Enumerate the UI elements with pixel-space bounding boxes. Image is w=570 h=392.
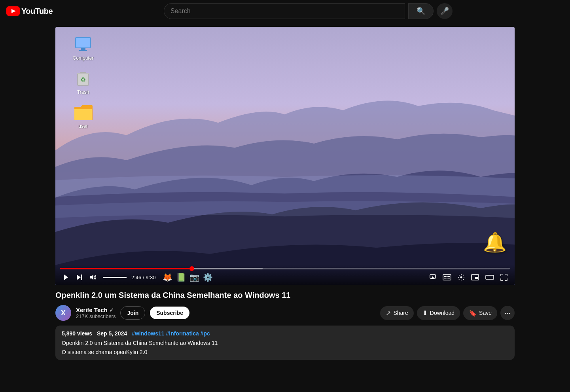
save-label: Save bbox=[479, 310, 492, 316]
svg-rect-14 bbox=[81, 275, 82, 280]
desktop-icon-user[interactable]: user bbox=[67, 103, 99, 129]
svg-rect-4 bbox=[76, 38, 90, 47]
airplay-button[interactable] bbox=[427, 272, 439, 282]
download-icon: ⬇ bbox=[422, 309, 428, 317]
download-button[interactable]: ⬇ Download bbox=[417, 306, 460, 320]
join-button[interactable]: Join bbox=[120, 306, 145, 320]
svg-rect-26 bbox=[486, 275, 494, 279]
view-count: 5,890 views bbox=[62, 330, 92, 337]
volume-slider[interactable] bbox=[103, 277, 127, 278]
settings-icon bbox=[458, 274, 465, 281]
svg-rect-25 bbox=[475, 277, 478, 279]
svg-rect-19 bbox=[444, 276, 447, 277]
svg-rect-5 bbox=[81, 48, 85, 50]
publish-date: Sep 5, 2024 bbox=[97, 330, 127, 337]
header: YouTube 🔍 🎤 bbox=[0, 0, 570, 22]
channel-avatar[interactable]: X bbox=[55, 305, 71, 321]
svg-rect-18 bbox=[443, 275, 451, 280]
desc-tags[interactable]: #windows11 #informatica #pc bbox=[132, 330, 210, 337]
mic-button[interactable]: 🎤 bbox=[437, 3, 453, 19]
search-button[interactable]: 🔍 bbox=[408, 3, 434, 19]
settings-button[interactable] bbox=[455, 272, 467, 282]
taskbar-icons: 🦊 📗 📷 ⚙️ bbox=[162, 272, 213, 283]
svg-marker-15 bbox=[90, 275, 93, 280]
svg-text:♻: ♻ bbox=[80, 76, 86, 83]
svg-marker-13 bbox=[77, 275, 81, 280]
captions-button[interactable] bbox=[440, 273, 454, 282]
trash-icon-label: Trash bbox=[77, 89, 89, 95]
taskbar-settings[interactable]: ⚙️ bbox=[202, 272, 213, 283]
video-background bbox=[55, 27, 515, 285]
share-label: Share bbox=[393, 310, 408, 316]
taskbar-firefox[interactable]: 🦊 bbox=[162, 272, 173, 283]
svg-rect-6 bbox=[79, 50, 87, 51]
youtube-logo-text: YouTube bbox=[21, 7, 53, 16]
airplay-icon bbox=[429, 274, 436, 281]
desktop-icons: Computer ♻ Trash bbox=[67, 35, 99, 129]
controls-left: 2:46 / 9:30 🦊 📗 📷 ⚙️ bbox=[60, 272, 213, 283]
taskbar-app2[interactable]: 📗 bbox=[175, 272, 186, 283]
mic-icon: 🎤 bbox=[440, 7, 449, 15]
desc-meta: 5,890 views Sep 5, 2024 #windows11 #info… bbox=[62, 330, 508, 337]
taskbar-app3[interactable]: 📷 bbox=[189, 272, 200, 283]
main-content: Computer ♻ Trash bbox=[0, 22, 570, 360]
svg-rect-21 bbox=[444, 278, 447, 278]
progress-bar[interactable] bbox=[60, 268, 510, 269]
channel-row: X Xerife Tech ✓ 217K subscribers Join Su… bbox=[55, 305, 515, 321]
svg-marker-12 bbox=[64, 275, 68, 280]
svg-rect-11 bbox=[77, 73, 89, 74]
desktop-icon-trash[interactable]: ♻ Trash bbox=[67, 69, 99, 95]
youtube-logo[interactable]: YouTube bbox=[6, 6, 53, 16]
verified-badge: ✓ bbox=[109, 307, 114, 313]
next-button[interactable] bbox=[74, 272, 85, 282]
progress-fill bbox=[60, 268, 192, 269]
volume-button[interactable] bbox=[87, 272, 100, 282]
video-info: Openklin 2.0 um Sistema da China Semelha… bbox=[55, 290, 515, 360]
controls-row: 2:46 / 9:30 🦊 📗 📷 ⚙️ bbox=[60, 272, 510, 283]
theater-icon bbox=[485, 274, 494, 280]
svg-marker-16 bbox=[431, 276, 435, 279]
download-label: Download bbox=[430, 310, 454, 316]
channel-left: X Xerife Tech ✓ 217K subscribers Join Su… bbox=[55, 305, 189, 321]
share-icon: ↗ bbox=[386, 309, 391, 317]
more-button[interactable]: ··· bbox=[500, 306, 515, 320]
channel-info: Xerife Tech ✓ 217K subscribers bbox=[76, 307, 116, 319]
computer-icon-label: Computer bbox=[73, 55, 94, 61]
miniplayer-button[interactable] bbox=[469, 273, 481, 282]
trash-icon: ♻ bbox=[74, 69, 93, 88]
subscriber-count: 217K subscribers bbox=[76, 313, 116, 319]
theater-button[interactable] bbox=[483, 273, 496, 282]
desc-summary: Openklin 2.0 um Sistema da China Semelha… bbox=[62, 339, 508, 347]
search-input[interactable] bbox=[164, 4, 405, 19]
svg-rect-22 bbox=[447, 278, 450, 278]
search-icon: 🔍 bbox=[417, 7, 425, 15]
video-controls: 2:46 / 9:30 🦊 📗 📷 ⚙️ bbox=[55, 265, 515, 285]
header-left: YouTube bbox=[6, 6, 53, 16]
share-button[interactable]: ↗ Share bbox=[380, 306, 413, 320]
captions-icon bbox=[443, 274, 451, 280]
desktop-icon-computer[interactable]: Computer bbox=[67, 35, 99, 61]
svg-rect-20 bbox=[447, 276, 450, 277]
time-display: 2:46 / 9:30 bbox=[130, 275, 157, 280]
save-button[interactable]: 🔖 Save bbox=[463, 306, 497, 320]
next-icon bbox=[76, 274, 83, 281]
search-bar bbox=[164, 3, 405, 19]
fullscreen-button[interactable] bbox=[498, 272, 510, 282]
user-folder-icon bbox=[74, 103, 93, 122]
description-box[interactable]: 5,890 views Sep 5, 2024 #windows11 #info… bbox=[55, 326, 515, 360]
current-time: 2:46 bbox=[131, 275, 141, 280]
fullscreen-icon bbox=[500, 274, 508, 281]
computer-icon bbox=[74, 35, 93, 54]
subscribe-button[interactable]: Subscribe bbox=[150, 307, 189, 319]
user-folder-icon-label: user bbox=[78, 123, 87, 129]
desc-body: O sistema se chama openKylin 2.0 bbox=[62, 349, 508, 355]
volume-icon bbox=[89, 274, 97, 281]
controls-right bbox=[427, 272, 510, 282]
play-button[interactable] bbox=[60, 272, 72, 282]
video-title: Openklin 2.0 um Sistema da China Semelha… bbox=[55, 290, 515, 300]
channel-name-text: Xerife Tech bbox=[76, 307, 108, 313]
svg-point-23 bbox=[460, 276, 462, 278]
youtube-logo-icon bbox=[6, 6, 20, 16]
total-time: 9:30 bbox=[146, 275, 155, 280]
video-player[interactable]: Computer ♻ Trash bbox=[55, 27, 515, 285]
